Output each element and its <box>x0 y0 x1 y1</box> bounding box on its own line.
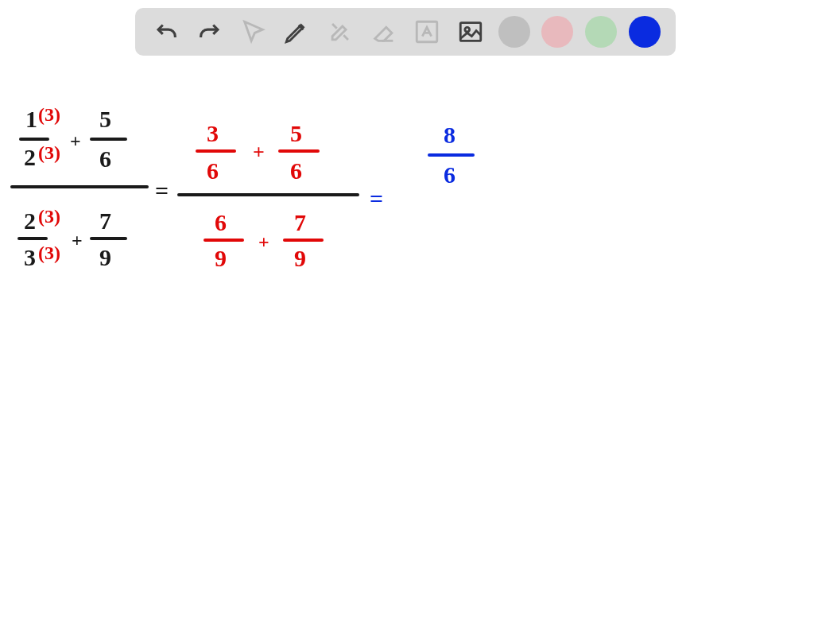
color-blue[interactable] <box>629 16 661 48</box>
s2-top-plus: + <box>253 141 265 164</box>
s1-bot-f2-den: 9 <box>99 244 111 270</box>
s3-den: 6 <box>444 161 455 188</box>
redo-button[interactable] <box>194 16 226 48</box>
s1-bot-f1-multnum: (3) <box>38 206 60 227</box>
s1-top-f1-multnum: (3) <box>38 104 60 125</box>
image-icon <box>457 18 484 45</box>
color-pink[interactable] <box>541 16 573 48</box>
s2-bot-f1-num: 6 <box>215 209 227 235</box>
s2-top-f1-num: 3 <box>207 120 219 146</box>
tools-icon <box>327 18 354 45</box>
drawing-toolbar <box>135 8 676 56</box>
app-viewport: 1 2 (3) (3) + 5 6 2 3 (3) (3) + 7 9 = <box>0 0 814 644</box>
s2-bot-f2-num: 7 <box>294 209 306 235</box>
s2-top-f2-den: 6 <box>290 157 302 184</box>
s1-top-f1-num: 1 <box>25 106 37 132</box>
s1-bot-f2-num: 7 <box>99 208 111 234</box>
tools-button[interactable] <box>324 16 356 48</box>
equals-2: = <box>370 185 383 211</box>
text-button[interactable] <box>411 16 443 48</box>
s2-top-f2-num: 5 <box>290 120 302 146</box>
eraser-icon <box>370 18 397 45</box>
equals-1: = <box>155 177 169 204</box>
color-green[interactable] <box>585 16 617 48</box>
pointer-icon <box>240 18 267 45</box>
s2-bot-plus: + <box>258 231 269 252</box>
s1-top-f2-num: 5 <box>99 106 111 132</box>
undo-icon <box>153 18 180 45</box>
whiteboard-canvas[interactable]: 1 2 (3) (3) + 5 6 2 3 (3) (3) + 7 9 = <box>0 0 811 639</box>
eraser-button[interactable] <box>368 16 400 48</box>
image-button[interactable] <box>455 16 486 48</box>
text-icon <box>413 18 440 45</box>
s1-bot-plus: + <box>72 230 83 250</box>
s2-top-f1-den: 6 <box>207 157 219 184</box>
pointer-button[interactable] <box>238 16 269 48</box>
color-gray[interactable] <box>498 16 530 48</box>
s2-bot-f2-den: 9 <box>294 245 306 271</box>
s1-bot-f1-multden: (3) <box>38 242 60 263</box>
pen-icon <box>283 18 310 45</box>
redo-icon <box>196 18 223 45</box>
s3-num: 8 <box>444 122 455 148</box>
math-annotations: 1 2 (3) (3) + 5 6 2 3 (3) (3) + 7 9 = <box>0 0 811 639</box>
s1-bot-f1-num: 2 <box>24 208 36 234</box>
pen-button[interactable] <box>281 16 312 48</box>
s2-bot-f1-den: 9 <box>215 245 227 271</box>
s1-top-f1-den: 2 <box>24 144 36 170</box>
s1-bot-f1-den: 3 <box>24 244 36 270</box>
s1-top-f2-den: 6 <box>99 145 111 172</box>
svg-point-2 <box>465 27 470 32</box>
undo-button[interactable] <box>150 16 182 48</box>
s1-top-f1-multden: (3) <box>38 142 60 163</box>
s1-top-plus: + <box>70 130 81 151</box>
